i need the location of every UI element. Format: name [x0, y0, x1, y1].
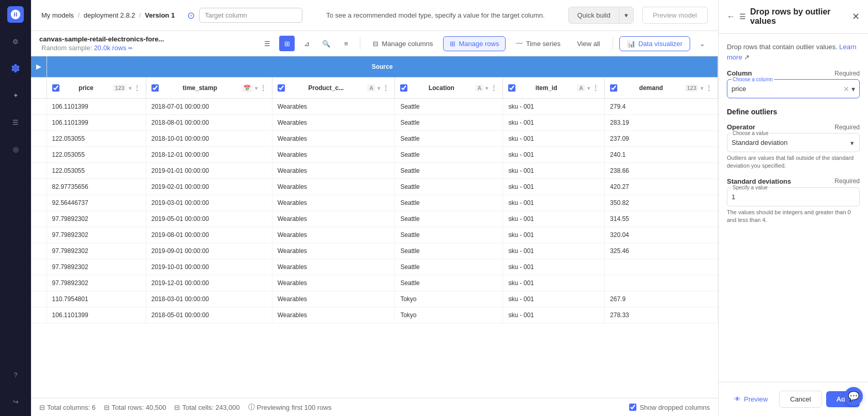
operator-select[interactable]: Standard deviation IQR [732, 135, 855, 151]
table-row: 122.053055 2018-12-01 00:00:00 Wearables… [31, 147, 718, 163]
data-table: ▶ Source price [31, 56, 718, 323]
grid-view-button[interactable]: ⊞ [279, 36, 295, 51]
time-series-icon: 〰 [516, 40, 523, 48]
col-more-price[interactable]: ⋮ [133, 84, 141, 92]
cell-product: Wearables [272, 195, 395, 211]
column-chevron-icon[interactable]: ▾ [851, 85, 855, 93]
cell-demand: 279.4 [605, 99, 718, 115]
col-type-item_id: A [577, 84, 585, 92]
col-check-price[interactable] [52, 84, 59, 92]
table-row: 97.79892302 2019-05-01 00:00:00 Wearable… [31, 211, 718, 227]
row-expand-cell [31, 147, 47, 163]
col-type-time_stamp: 📅 [241, 84, 253, 92]
help-nav-icon[interactable]: ? [7, 366, 24, 383]
cell-product: Wearables [272, 147, 395, 163]
col-more-time_stamp[interactable]: ⋮ [260, 84, 267, 92]
quick-build-chevron[interactable]: ▾ [619, 7, 633, 23]
table-row: 97.79892302 2019-08-01 00:00:00 Wearable… [31, 227, 718, 243]
cell-price: 122.053055 [47, 163, 146, 179]
col-more-product[interactable]: ⋮ [382, 84, 389, 92]
row-expand-cell [31, 211, 47, 227]
models-icon[interactable] [7, 60, 24, 77]
column-form-group: Column Required Choose a column ✕ ▾ [727, 69, 860, 98]
cell-time_stamp: 2018-07-01 00:00:00 [146, 99, 272, 115]
col-type-price: 123 [113, 84, 126, 92]
std-dev-input[interactable] [732, 189, 855, 205]
more-options-button[interactable]: ⌄ [694, 36, 710, 51]
cell-demand: 240.1 [605, 147, 718, 163]
cell-demand: 278.33 [605, 307, 718, 323]
column-header-row: price 123 ▾ ⋮ time_stamp 📅 [31, 78, 718, 99]
col-header-product: Product_c... A ▾ ⋮ [272, 78, 395, 99]
manage-rows-button[interactable]: ⊞ Manage rows [443, 36, 506, 51]
column-clear-icon[interactable]: ✕ [843, 85, 849, 93]
edit-sample-icon[interactable]: ✏ [128, 45, 133, 51]
cell-item_id: sku - 001 [503, 243, 605, 259]
operator-required: Required [834, 124, 860, 131]
show-dropped-checkbox[interactable] [629, 404, 636, 411]
col-chevron-price[interactable]: ▾ [129, 85, 131, 91]
cell-demand: 238.66 [605, 163, 718, 179]
view-all-button[interactable]: View all [571, 37, 606, 51]
col-check-item_id[interactable] [508, 84, 515, 92]
panel-back-button[interactable]: ← [727, 12, 735, 21]
expand-icon[interactable]: ▶ [36, 63, 41, 70]
data-visualizer-button[interactable]: 📊 Data visualizer [619, 36, 690, 51]
toggle-nav-icon[interactable]: ◎ [7, 141, 24, 157]
col-check-location[interactable] [400, 84, 407, 92]
cell-price: 97.79892302 [47, 259, 146, 275]
column-field-wrapper[interactable]: Choose a column ✕ ▾ [727, 79, 860, 98]
cell-item_id: sku - 001 [503, 147, 605, 163]
logout-nav-icon[interactable]: ↪ [7, 393, 24, 410]
cell-time_stamp: 2019-12-01 00:00:00 [146, 275, 272, 291]
col-chevron-location[interactable]: ▾ [485, 85, 488, 91]
list-view-button[interactable]: ☰ [260, 36, 275, 51]
panel-close-button[interactable]: ✕ [852, 11, 860, 22]
status-bar: ⊟ Total columns: 6 ⊟ Total rows: 40,500 … [31, 398, 718, 416]
cell-item_id: sku - 001 [503, 259, 605, 275]
col-more-item_id[interactable]: ⋮ [592, 84, 599, 92]
rows-icon: ⊟ [104, 404, 110, 411]
column-input[interactable] [732, 81, 841, 97]
search-button[interactable]: 🔍 [318, 36, 334, 51]
table-row: 92.56446737 2019-03-01 00:00:00 Wearable… [31, 195, 718, 211]
cell-location: Seattle [395, 243, 503, 259]
cell-price: 97.79892302 [47, 211, 146, 227]
col-chevron-product[interactable]: ▾ [377, 85, 380, 91]
target-column-select[interactable]: Target column [199, 8, 302, 23]
breadcrumb: My models / deployment 2.8.2 / Version 1 [41, 11, 175, 19]
col-more-demand[interactable]: ⋮ [705, 84, 712, 92]
cell-demand: 350.82 [605, 195, 718, 211]
filter-button[interactable]: ⊿ [299, 36, 314, 51]
time-series-button[interactable]: 〰 Time series [510, 37, 567, 51]
cell-product: Wearables [272, 211, 395, 227]
col-chevron-demand[interactable]: ▾ [701, 85, 703, 91]
sidebar: ⚙ ✦ ☰ ◎ ? ↪ [0, 0, 31, 416]
breadcrumb-part2[interactable]: deployment 2.8.2 [84, 11, 135, 19]
row-expand-cell [31, 179, 47, 195]
manage-columns-button[interactable]: ⊟ Manage columns [367, 37, 439, 51]
col-chevron-item_id[interactable]: ▾ [587, 85, 590, 91]
row-expand-cell [31, 259, 47, 275]
preview-model-button[interactable]: Preview model [642, 7, 708, 24]
col-check-product[interactable] [278, 84, 285, 92]
sample-count[interactable]: 20.0k rows [94, 44, 127, 52]
asterisk-nav-icon[interactable]: ✦ [7, 87, 24, 103]
col-check-time_stamp[interactable] [151, 84, 159, 92]
quick-build-button[interactable]: Quick build [569, 7, 618, 23]
std-dev-label-row: Standard deviations Required [727, 177, 860, 185]
chat-bubble[interactable]: 💬 [844, 387, 863, 406]
col-more-location[interactable]: ⋮ [490, 84, 497, 92]
col-check-demand[interactable] [610, 84, 617, 92]
col-chevron-time_stamp[interactable]: ▾ [255, 85, 257, 91]
cell-product: Wearables [272, 179, 395, 195]
list-nav-icon[interactable]: ☰ [7, 114, 24, 130]
settings-icon[interactable]: ⚙ [7, 33, 24, 50]
summary-button[interactable]: ≡ [338, 36, 354, 51]
cell-product: Wearables [272, 275, 395, 291]
cancel-button[interactable]: Cancel [779, 391, 821, 408]
col-label-item_id: item_id [517, 84, 575, 92]
breadcrumb-part1[interactable]: My models [41, 11, 74, 19]
preview-button[interactable]: 👁 Preview [727, 391, 775, 407]
data-visualizer-icon: 📊 [627, 40, 635, 48]
